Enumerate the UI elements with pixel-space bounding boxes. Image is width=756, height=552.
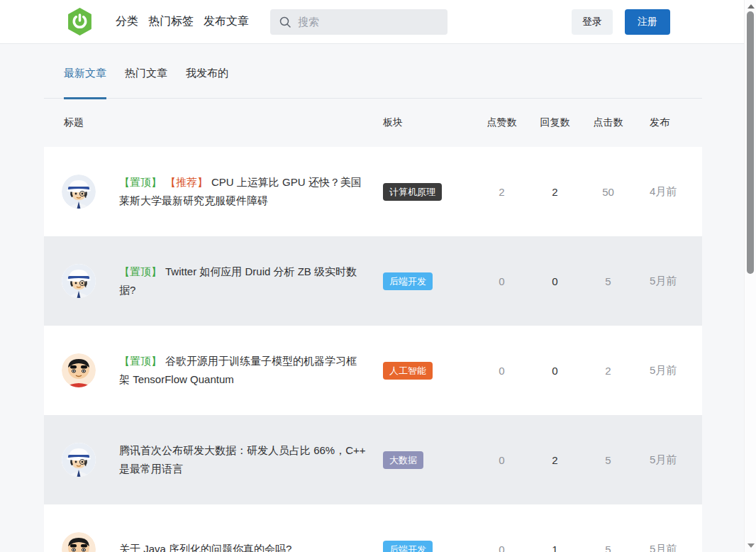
likes-count: 2	[475, 186, 528, 198]
user-avatar[interactable]	[62, 353, 96, 387]
post-title-text: 关于 Java 序列化的问题你真的会吗?	[119, 543, 291, 552]
table-row[interactable]: 【置顶】谷歌开源用于训练量子模型的机器学习框架 TensorFlow Quant…	[44, 326, 702, 415]
replies-count: 0	[528, 365, 582, 377]
post-date: 4月前	[635, 185, 702, 199]
post-date: 5月前	[635, 543, 702, 552]
title-tags: 【置顶】	[119, 265, 165, 277]
post-date: 5月前	[635, 364, 702, 377]
tab-hot-articles[interactable]: 热门文章	[125, 67, 167, 98]
post-list: 【置顶】【推荐】CPU 上运算比 GPU 还快？美国莱斯大学最新研究克服硬件障碍…	[44, 147, 702, 552]
likes-count: 0	[475, 365, 528, 377]
nav-link-categories[interactable]: 分类	[116, 14, 138, 29]
scroll-up-arrow-icon[interactable]	[747, 4, 755, 9]
login-button[interactable]: 登录	[572, 9, 613, 35]
spring-boot-logo-icon	[67, 8, 92, 35]
table-header: 标题 板块 点赞数 回复数 点击数 发布	[44, 99, 702, 147]
kid-avatar-icon	[62, 443, 96, 477]
main-content: 最新文章 热门文章 我发布的 标题 板块 点赞数 回复数 点击数 发布	[44, 44, 702, 552]
title-tags: 【置顶】【推荐】	[119, 176, 211, 188]
board-badge[interactable]: 后端开发	[383, 541, 433, 552]
likes-count: 0	[475, 543, 528, 552]
replies-count: 1	[528, 543, 582, 552]
replies-count: 0	[528, 275, 582, 287]
board-badge[interactable]: 人工智能	[383, 362, 433, 380]
likes-count: 0	[475, 275, 528, 287]
header-replies: 回复数	[528, 116, 582, 129]
header-clicks: 点击数	[582, 116, 635, 129]
clicks-count: 2	[582, 365, 635, 377]
search-box[interactable]	[270, 9, 448, 35]
header-date: 发布	[635, 116, 702, 129]
table-row[interactable]: 关于 Java 序列化的问题你真的会吗? 后端开发 0 1 5 5月前	[44, 504, 702, 552]
user-avatar[interactable]	[62, 264, 96, 298]
board-badge[interactable]: 计算机原理	[383, 183, 442, 201]
register-button[interactable]: 注册	[625, 9, 670, 35]
clicks-count: 5	[582, 275, 635, 287]
header-title: 标题	[44, 116, 383, 129]
clicks-count: 50	[582, 186, 635, 198]
post-date: 5月前	[635, 275, 702, 288]
article-tabs: 最新文章 热门文章 我发布的	[44, 44, 702, 99]
clicks-count: 5	[582, 543, 635, 552]
title-tags: 【置顶】	[119, 355, 165, 367]
clicks-count: 5	[582, 454, 635, 466]
shinchan-avatar-icon	[62, 532, 96, 552]
board-badge[interactable]: 大数据	[383, 451, 423, 469]
post-title[interactable]: 【置顶】Twitter 如何应用 Druid 分析 ZB 级实时数据?	[119, 263, 367, 299]
scroll-down-arrow-icon[interactable]	[747, 543, 755, 548]
post-title[interactable]: 【置顶】【推荐】CPU 上运算比 GPU 还快？美国莱斯大学最新研究克服硬件障碍	[119, 173, 367, 210]
kid-avatar-icon	[62, 264, 96, 298]
pin-tag: 【推荐】	[165, 176, 208, 188]
replies-count: 2	[528, 454, 582, 466]
search-icon	[279, 16, 291, 28]
header-likes: 点赞数	[475, 116, 528, 129]
nav-link-publish[interactable]: 发布文章	[204, 14, 249, 29]
tab-my-posts[interactable]: 我发布的	[186, 67, 228, 98]
pin-tag: 【置顶】	[119, 265, 162, 277]
table-row[interactable]: 【置顶】【推荐】CPU 上运算比 GPU 还快？美国莱斯大学最新研究克服硬件障碍…	[44, 147, 702, 236]
post-title[interactable]: 关于 Java 序列化的问题你真的会吗?	[119, 540, 367, 552]
post-title-text: 腾讯首次公布研发大数据：研发人员占比 66%，C++ 是最常用语言	[119, 444, 366, 475]
table-row[interactable]: 【置顶】Twitter 如何应用 Druid 分析 ZB 级实时数据? 后端开发…	[44, 236, 702, 326]
post-title[interactable]: 【置顶】谷歌开源用于训练量子模型的机器学习框架 TensorFlow Quant…	[119, 352, 367, 389]
table-row[interactable]: 腾讯首次公布研发大数据：研发人员占比 66%，C++ 是最常用语言 大数据 0 …	[44, 415, 702, 504]
scrollbar-thumb[interactable]	[747, 11, 754, 274]
nav-links: 分类 热门标签 发布文章	[116, 14, 249, 29]
shinchan-avatar-icon	[62, 353, 96, 387]
nav-link-hot-tags[interactable]: 热门标签	[148, 14, 194, 29]
likes-count: 0	[475, 454, 528, 466]
main-navbar: 分类 热门标签 发布文章 登录 注册	[0, 0, 756, 44]
user-avatar[interactable]	[62, 443, 96, 477]
search-input[interactable]	[298, 16, 439, 28]
post-title[interactable]: 腾讯首次公布研发大数据：研发人员占比 66%，C++ 是最常用语言	[119, 441, 367, 478]
replies-count: 2	[528, 186, 582, 198]
pin-tag: 【置顶】	[119, 176, 162, 188]
user-avatar[interactable]	[62, 175, 96, 209]
user-avatar[interactable]	[62, 532, 96, 552]
tab-latest-articles[interactable]: 最新文章	[64, 67, 106, 99]
vertical-scrollbar[interactable]	[744, 0, 756, 552]
pin-tag: 【置顶】	[119, 355, 162, 367]
post-date: 5月前	[635, 453, 702, 467]
kid-avatar-icon	[62, 175, 96, 209]
board-badge[interactable]: 后端开发	[383, 272, 433, 290]
spring-boot-logo[interactable]	[67, 8, 92, 35]
header-board: 板块	[383, 116, 475, 129]
